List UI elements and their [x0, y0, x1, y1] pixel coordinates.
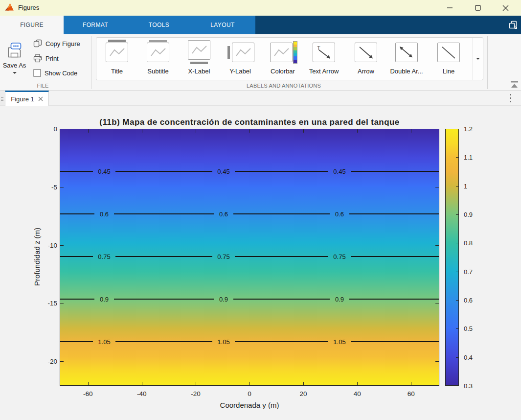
annotation-button-text-arrow[interactable]: T Text Arrow [304, 38, 343, 79]
matlab-logo-icon [4, 2, 15, 13]
y-axis-label: Profundidad z (m) [33, 198, 41, 316]
annotations-group-label: LABELS AND ANNOTATIONS [196, 83, 372, 89]
print-button[interactable]: Print [33, 53, 59, 64]
save-as-label: Save As [1, 62, 28, 69]
annotation-button-xlabel[interactable]: X-Label [180, 38, 219, 79]
show-code-label: Show Code [45, 70, 77, 77]
annotation-button-subtitle[interactable]: Subtitle [138, 38, 178, 79]
print-icon [33, 54, 42, 63]
chart-title: (11b) Mapa de concentración de contamina… [0, 117, 499, 127]
minimize-icon [447, 5, 453, 11]
close-icon [502, 5, 509, 11]
colorbar-tick-label: 0.5 [464, 325, 473, 332]
ribbon-tab-tools[interactable]: TOOLS [127, 16, 191, 34]
close-button[interactable] [492, 0, 520, 16]
copy-figure-button[interactable]: Copy Figure [33, 38, 80, 49]
popout-icon[interactable] [509, 21, 518, 29]
svg-text:T: T [317, 45, 320, 51]
maximize-icon [475, 5, 481, 11]
show-code-checkbox[interactable]: Show Code [33, 68, 77, 78]
colorbar-tick-label: 0.9 [464, 211, 473, 218]
gallery-dropdown-icon [476, 58, 480, 60]
print-label: Print [45, 55, 59, 62]
annotation-button-title[interactable]: Title [97, 38, 136, 79]
colorbar [445, 129, 459, 386]
x-tick-label: -40 [137, 390, 147, 397]
y-tick-label: -5 [36, 183, 57, 190]
copy-figure-label: Copy Figure [45, 40, 80, 47]
annotation-button-arrow[interactable]: Arrow [346, 38, 385, 79]
figure-tab-close-icon[interactable] [38, 96, 43, 101]
ribbon-tab-layout[interactable]: LAYOUT [191, 16, 254, 34]
colorbar-gradient [446, 129, 458, 385]
ribbon-toolbar: Save As Copy Figure Print Show Code FILE [0, 34, 521, 91]
save-as-button[interactable]: Save As [1, 42, 28, 74]
x-tick-label: -20 [191, 390, 201, 397]
checkbox-icon [33, 69, 41, 77]
y-tick-label: -20 [36, 358, 57, 365]
x-tick-label: 20 [300, 390, 307, 397]
figure-tab-bar: Figure 1 [0, 91, 521, 106]
line-annotation-icon [435, 40, 462, 64]
x-tick-label: 40 [354, 390, 361, 397]
ribbon-tab-strip: FIGURE FORMAT TOOLS LAYOUT [0, 16, 521, 34]
colorbar-tick-label: 1 [464, 182, 467, 189]
x-tick-label: 60 [408, 390, 415, 397]
window-titlebar: Figures [0, 0, 521, 16]
annotation-button-double-arrow[interactable]: Double Ar... [387, 38, 426, 79]
minimize-button[interactable] [436, 0, 464, 16]
colorbar-tick-label: 0.7 [464, 268, 473, 275]
tab-options-menu[interactable] [509, 94, 511, 104]
x-axis-label: Coordenada y (m) [60, 401, 439, 409]
x-label-annotation-icon [186, 40, 212, 64]
y-label-annotation-icon [227, 40, 253, 64]
colorbar-tick-label: 0.8 [464, 239, 473, 247]
file-group-label: FILE [10, 83, 76, 89]
save-icon [6, 42, 23, 58]
dock-grip-icon[interactable] [0, 91, 4, 105]
annotations-gallery: Title Subtitle X-Label Y-Label [96, 37, 483, 80]
maximize-button[interactable] [464, 0, 492, 16]
subtitle-annotation-icon [145, 40, 171, 64]
contour-plot-area[interactable] [60, 129, 439, 386]
colorbar-tick-label: 0.6 [464, 297, 473, 304]
annotation-button-colorbar[interactable]: Colorbar [263, 38, 302, 79]
window-title: Figures [18, 4, 39, 11]
ribbon-tab-figure[interactable]: FIGURE [0, 16, 64, 34]
gallery-dropdown-button[interactable] [473, 38, 483, 80]
title-annotation-icon [104, 40, 130, 64]
arrow-annotation-icon [353, 40, 379, 64]
double-arrow-annotation-icon [393, 40, 420, 64]
figure-tab[interactable]: Figure 1 [5, 91, 49, 106]
colorbar-tick-label: 1.1 [464, 154, 473, 161]
copy-icon [33, 39, 42, 48]
collapse-ribbon-button[interactable] [510, 81, 519, 89]
figure-tab-label: Figure 1 [11, 95, 34, 103]
text-arrow-annotation-icon: T [311, 40, 337, 64]
figure-canvas: (11b) Mapa de concentración de contamina… [0, 106, 521, 420]
x-tick-label: 0 [248, 390, 251, 397]
save-as-dropdown-icon[interactable] [13, 72, 17, 74]
colorbar-annotation-icon [270, 40, 296, 64]
x-tick-label: -60 [83, 390, 93, 397]
annotation-button-line[interactable]: Line [429, 38, 468, 79]
annotation-button-ylabel[interactable]: Y-Label [221, 38, 260, 79]
colorbar-tick-label: 0.3 [464, 382, 473, 390]
ribbon-tab-format[interactable]: FORMAT [64, 16, 127, 34]
colorbar-tick-label: 0.4 [464, 353, 473, 361]
